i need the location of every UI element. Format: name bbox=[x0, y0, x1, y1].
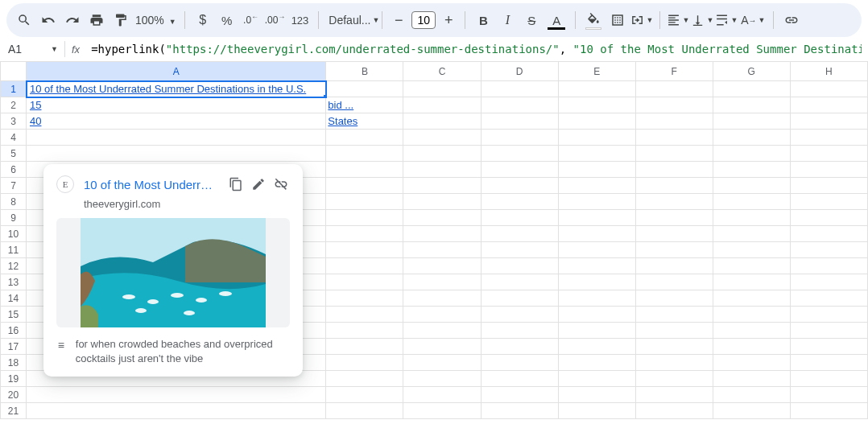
cell[interactable] bbox=[713, 81, 790, 97]
cell[interactable] bbox=[481, 162, 558, 178]
cell[interactable] bbox=[790, 81, 867, 97]
cell[interactable] bbox=[713, 387, 790, 403]
cell[interactable] bbox=[713, 323, 790, 339]
cell[interactable] bbox=[403, 146, 481, 162]
cell-A3[interactable]: 40 bbox=[27, 113, 326, 130]
cell[interactable] bbox=[713, 194, 790, 210]
cell[interactable] bbox=[558, 97, 635, 113]
increase-font-button[interactable]: + bbox=[439, 10, 458, 30]
cell[interactable] bbox=[326, 242, 403, 258]
cell[interactable] bbox=[558, 290, 635, 307]
cell[interactable] bbox=[326, 307, 403, 323]
cell[interactable] bbox=[326, 387, 403, 403]
cell[interactable] bbox=[635, 323, 713, 339]
cell[interactable] bbox=[790, 371, 867, 387]
search-icon[interactable] bbox=[13, 9, 35, 31]
name-box[interactable]: A1▼ bbox=[8, 43, 58, 56]
select-all-corner[interactable] bbox=[1, 62, 27, 81]
cell[interactable] bbox=[326, 162, 403, 178]
cell[interactable] bbox=[635, 307, 713, 323]
cell[interactable] bbox=[481, 290, 558, 307]
print-icon[interactable] bbox=[85, 9, 108, 31]
cell[interactable] bbox=[635, 355, 713, 371]
cell[interactable] bbox=[790, 226, 867, 242]
cell[interactable] bbox=[558, 162, 635, 178]
cell[interactable] bbox=[713, 371, 790, 387]
cell[interactable] bbox=[790, 258, 867, 274]
cell[interactable] bbox=[635, 97, 713, 113]
cell[interactable] bbox=[635, 146, 713, 162]
cell[interactable] bbox=[713, 290, 790, 307]
remove-link-icon[interactable] bbox=[272, 175, 290, 193]
cell[interactable] bbox=[558, 307, 635, 323]
cell[interactable] bbox=[326, 371, 403, 387]
paint-format-icon[interactable] bbox=[110, 9, 132, 31]
cell[interactable] bbox=[790, 162, 867, 178]
row-header[interactable]: 7 bbox=[1, 178, 27, 194]
cell[interactable] bbox=[790, 113, 867, 130]
cell[interactable] bbox=[713, 130, 790, 146]
font-size-input[interactable] bbox=[411, 11, 436, 29]
cell[interactable] bbox=[635, 242, 713, 258]
row-header-1[interactable]: 1 bbox=[1, 81, 27, 97]
cell[interactable] bbox=[403, 339, 481, 355]
cell[interactable] bbox=[403, 371, 481, 387]
cell[interactable] bbox=[790, 130, 867, 146]
cell[interactable] bbox=[790, 355, 867, 371]
row-header[interactable]: 21 bbox=[1, 403, 27, 419]
row-header-2[interactable]: 2 bbox=[1, 97, 27, 113]
cell[interactable] bbox=[635, 210, 713, 226]
cell[interactable] bbox=[403, 290, 481, 307]
cell-B2[interactable]: bid ... bbox=[326, 97, 403, 113]
cell[interactable] bbox=[326, 403, 403, 419]
selection-handle[interactable] bbox=[323, 94, 326, 97]
cell[interactable] bbox=[713, 178, 790, 194]
cell[interactable] bbox=[403, 113, 481, 130]
cell[interactable] bbox=[403, 226, 481, 242]
cell[interactable] bbox=[713, 97, 790, 113]
row-header[interactable]: 12 bbox=[1, 258, 27, 274]
cell[interactable] bbox=[790, 274, 867, 290]
borders-button[interactable] bbox=[606, 9, 629, 31]
cell[interactable] bbox=[481, 178, 558, 194]
cell[interactable] bbox=[558, 226, 635, 242]
cell[interactable] bbox=[558, 258, 635, 274]
text-color-button[interactable]: A bbox=[544, 9, 568, 31]
cell[interactable] bbox=[403, 194, 481, 210]
zoom-level[interactable]: 100% ▼ bbox=[134, 14, 178, 27]
cell[interactable] bbox=[558, 194, 635, 210]
fill-color-button[interactable] bbox=[582, 9, 605, 31]
cell[interactable] bbox=[790, 307, 867, 323]
column-header-G[interactable]: G bbox=[713, 62, 790, 81]
cell[interactable] bbox=[558, 130, 635, 146]
cell[interactable] bbox=[713, 355, 790, 371]
cell[interactable] bbox=[558, 81, 635, 97]
cell[interactable] bbox=[27, 403, 326, 419]
cell[interactable] bbox=[403, 355, 481, 371]
insert-link-button[interactable] bbox=[780, 9, 803, 31]
cell[interactable] bbox=[326, 290, 403, 307]
cell[interactable] bbox=[635, 274, 713, 290]
cell[interactable] bbox=[790, 210, 867, 226]
row-header[interactable]: 4 bbox=[1, 130, 27, 146]
cell[interactable] bbox=[481, 97, 558, 113]
cell[interactable] bbox=[403, 162, 481, 178]
cell[interactable] bbox=[403, 81, 481, 97]
row-header[interactable]: 17 bbox=[1, 339, 27, 355]
cell[interactable] bbox=[635, 290, 713, 307]
link-card-title[interactable]: 10 of the Most Underrate... bbox=[84, 178, 217, 191]
cell[interactable] bbox=[403, 307, 481, 323]
text-rotation-button[interactable]: A→▼ bbox=[739, 9, 767, 31]
cell[interactable] bbox=[635, 339, 713, 355]
cell[interactable] bbox=[481, 323, 558, 339]
column-header-A[interactable]: A bbox=[27, 62, 326, 81]
cell[interactable] bbox=[326, 355, 403, 371]
cell[interactable] bbox=[713, 242, 790, 258]
cell[interactable] bbox=[481, 81, 558, 97]
cell[interactable] bbox=[326, 146, 403, 162]
row-header[interactable]: 6 bbox=[1, 162, 27, 178]
cell[interactable] bbox=[481, 355, 558, 371]
row-header[interactable]: 9 bbox=[1, 210, 27, 226]
cell[interactable] bbox=[481, 226, 558, 242]
cell[interactable] bbox=[558, 242, 635, 258]
